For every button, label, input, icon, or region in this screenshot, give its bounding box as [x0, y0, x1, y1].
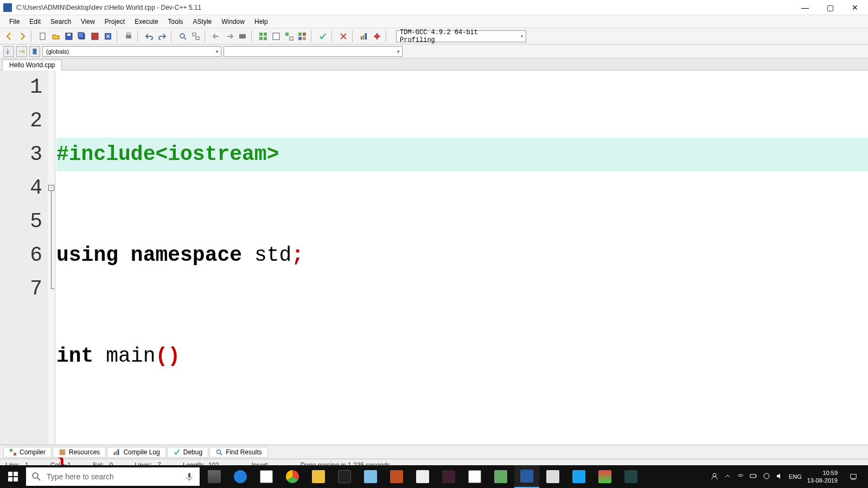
svg-rect-12 [239, 34, 246, 38]
menu-tools[interactable]: Tools [163, 16, 188, 27]
mail-icon[interactable] [462, 465, 487, 488]
globals-combo[interactable]: (globals) [42, 46, 221, 57]
tab-debug[interactable]: Debug [167, 447, 208, 458]
edge-icon[interactable] [228, 465, 253, 488]
tab-compile-log[interactable]: Compile Log [107, 447, 165, 458]
app-icon-6[interactable] [592, 465, 617, 488]
new-file-icon[interactable] [37, 30, 49, 42]
app-icon-5[interactable] [540, 465, 565, 488]
functions-combo[interactable] [224, 46, 403, 57]
tab-resources[interactable]: Resources [53, 447, 106, 458]
find-icon[interactable] [177, 30, 189, 42]
fold-gutter: − [48, 70, 55, 445]
replace-icon[interactable] [190, 30, 202, 42]
menu-file[interactable]: File [4, 16, 24, 27]
line-num: 7 [0, 272, 42, 306]
open-file-icon[interactable] [50, 30, 62, 42]
notification-icon[interactable] [843, 465, 864, 488]
minimize-button[interactable]: — [795, 1, 815, 14]
run-icon[interactable] [270, 30, 282, 42]
start-button[interactable] [0, 465, 26, 488]
taskbar-search[interactable]: Type here to search [26, 467, 200, 486]
maximize-button[interactable]: ▢ [820, 1, 840, 14]
fold-toggle-icon[interactable]: − [48, 185, 54, 191]
code-token: int [56, 339, 93, 373]
people-icon[interactable] [711, 472, 718, 481]
menu-view[interactable]: View [76, 16, 100, 27]
app-icon-3[interactable] [436, 465, 461, 488]
save-all-icon[interactable] [76, 30, 88, 42]
undo-icon[interactable] [143, 30, 155, 42]
tab-compiler[interactable]: Compiler [3, 447, 52, 458]
print-icon[interactable] [123, 30, 135, 42]
code-area[interactable]: #include<iostream> using namespace std; … [55, 70, 868, 445]
compile-icon[interactable] [257, 30, 269, 42]
menu-help[interactable]: Help [250, 16, 273, 27]
app-icon-4[interactable] [488, 465, 513, 488]
notepad-icon[interactable] [358, 465, 383, 488]
menu-execute[interactable]: Execute [130, 16, 163, 27]
back-icon[interactable] [3, 30, 15, 42]
svg-rect-44 [756, 476, 757, 477]
compile-run-icon[interactable] [283, 30, 295, 42]
close-button[interactable]: ✕ [845, 1, 865, 14]
close-file-icon[interactable] [102, 30, 114, 42]
explorer-icon[interactable] [306, 465, 331, 488]
profile-icon[interactable] [358, 30, 370, 42]
menu-search[interactable]: Search [46, 16, 76, 27]
save-icon[interactable] [63, 30, 75, 42]
redo-icon[interactable] [156, 30, 168, 42]
forward-icon[interactable] [16, 30, 28, 42]
goto-prev-icon[interactable] [210, 30, 222, 42]
code-editor[interactable]: 1 2 3 4 5 6 7 − #include<iostream> using… [0, 70, 868, 445]
check-icon[interactable] [317, 30, 329, 42]
goto-next-icon[interactable] [224, 30, 235, 42]
svg-rect-43 [750, 474, 756, 478]
mic-icon[interactable] [184, 472, 194, 481]
tab-find-results[interactable]: Find Results [209, 447, 268, 458]
chrome-icon[interactable] [280, 465, 305, 488]
tab-label: Compile Log [123, 448, 159, 456]
goto-icon[interactable] [16, 46, 27, 57]
app-icon-1[interactable] [384, 465, 409, 488]
tray-clock[interactable]: 10:59 13-08-2019 [807, 469, 838, 484]
toggle-bookmark-icon[interactable] [29, 46, 40, 57]
app-icon-7[interactable] [618, 465, 643, 488]
compiler-selector[interactable]: TDM-GCC 4.9.2 64-bit Profiling [396, 30, 526, 42]
svg-rect-33 [116, 451, 118, 455]
svg-point-9 [180, 34, 184, 38]
line-num: 5 [0, 205, 42, 239]
code-token: namespace [131, 239, 242, 272]
svg-rect-29 [10, 448, 12, 451]
save-as-icon[interactable] [89, 30, 101, 42]
tray-chevron-icon[interactable] [724, 472, 731, 481]
tab-label: Resources [69, 448, 100, 456]
bookmark-icon[interactable] [237, 30, 248, 42]
window-controls: — ▢ ✕ [795, 1, 865, 14]
store-icon[interactable] [254, 465, 279, 488]
devcpp-taskbar-icon[interactable] [514, 465, 539, 488]
twitter-icon[interactable] [566, 465, 591, 488]
svg-rect-17 [273, 33, 279, 40]
svg-rect-15 [259, 37, 263, 40]
delete-icon[interactable] [337, 30, 349, 42]
menu-project[interactable]: Project [100, 16, 130, 27]
svg-rect-7 [126, 35, 131, 38]
menu-astyle[interactable]: AStyle [188, 16, 217, 27]
battery-icon[interactable] [750, 472, 757, 481]
tray-icon-extra[interactable] [763, 472, 770, 481]
terminal-icon[interactable] [332, 465, 357, 488]
task-view-icon[interactable] [202, 465, 227, 488]
wifi-icon[interactable] [737, 472, 744, 481]
insert-icon[interactable] [3, 46, 14, 57]
menu-edit[interactable]: Edit [24, 16, 46, 27]
volume-icon[interactable] [776, 472, 783, 481]
rebuild-icon[interactable] [296, 30, 308, 42]
tray-language[interactable]: ENG [789, 473, 802, 480]
app-icon-2[interactable] [410, 465, 435, 488]
svg-point-35 [217, 450, 221, 453]
editor-tab[interactable]: Hello World.cpp [2, 60, 62, 70]
debug-icon[interactable] [371, 30, 383, 42]
svg-rect-20 [298, 33, 302, 36]
menu-window[interactable]: Window [216, 16, 250, 27]
